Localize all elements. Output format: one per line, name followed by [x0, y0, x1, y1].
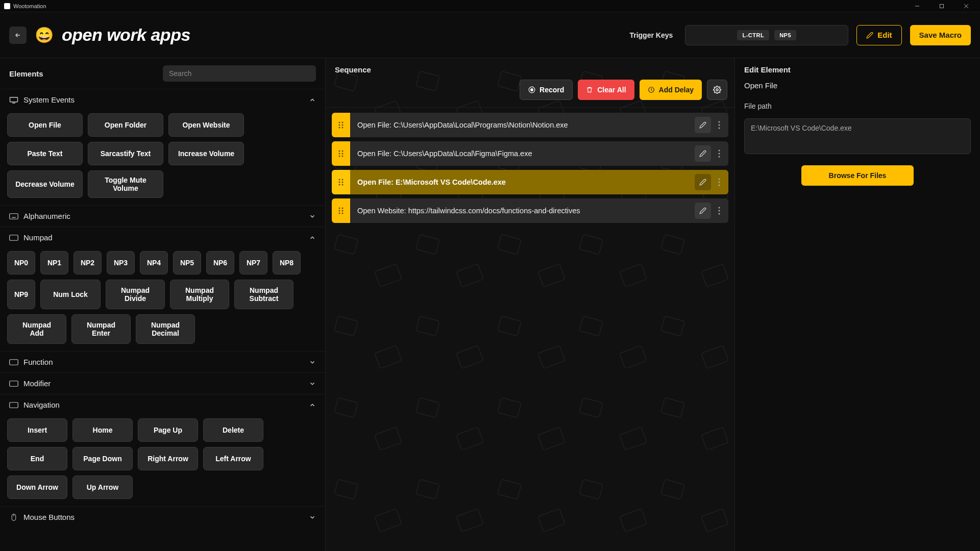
- key-np-divide[interactable]: Numpad Divide: [106, 280, 165, 309]
- key-np4[interactable]: NP4: [140, 251, 168, 274]
- sequence-title: Sequence: [335, 65, 371, 74]
- section-numpad[interactable]: Numpad: [0, 227, 325, 248]
- key-numlock[interactable]: Num Lock: [40, 280, 101, 309]
- element-open-folder[interactable]: Open Folder: [88, 113, 163, 137]
- clock-icon: [648, 86, 655, 93]
- key-np-multiply[interactable]: Numpad Multiply: [170, 280, 229, 309]
- svg-point-43: [339, 184, 340, 186]
- svg-point-18: [530, 88, 533, 91]
- window-close-button[interactable]: [954, 0, 978, 12]
- key-np-subtract[interactable]: Numpad Subtract: [234, 280, 293, 309]
- edit-element-title: Edit Element: [744, 65, 971, 74]
- sequence-item-edit-button[interactable]: [695, 117, 711, 133]
- key-down-arrow[interactable]: Down Arrow: [7, 475, 67, 499]
- key-pageup[interactable]: Page Up: [138, 418, 198, 442]
- svg-point-30: [339, 151, 340, 152]
- drag-handle-icon[interactable]: [332, 141, 350, 166]
- section-alphanumeric[interactable]: Alphanumeric: [0, 205, 325, 227]
- section-modifier[interactable]: Modifier: [0, 372, 325, 394]
- key-np-enter[interactable]: Numpad Enter: [71, 314, 131, 344]
- key-np3[interactable]: NP3: [107, 251, 135, 274]
- key-left-arrow[interactable]: Left Arrow: [203, 447, 263, 470]
- key-home[interactable]: Home: [72, 418, 133, 442]
- section-mouse[interactable]: Mouse Buttons: [0, 506, 325, 528]
- section-system-events[interactable]: System Events: [0, 89, 325, 110]
- drag-handle-icon[interactable]: [332, 170, 350, 194]
- clear-all-button[interactable]: Clear All: [578, 80, 634, 100]
- svg-point-40: [342, 179, 344, 181]
- key-up-arrow[interactable]: Up Arrow: [72, 475, 133, 499]
- sequence-settings-button[interactable]: [707, 80, 727, 100]
- key-right-arrow[interactable]: Right Arrow: [138, 447, 198, 470]
- key-np-add[interactable]: Numpad Add: [7, 314, 66, 344]
- key-np1[interactable]: NP1: [40, 251, 68, 274]
- drag-handle-icon[interactable]: [332, 113, 350, 137]
- key-np2[interactable]: NP2: [74, 251, 102, 274]
- monitor-icon: [9, 96, 18, 104]
- trash-icon: [586, 86, 593, 93]
- sequence-item[interactable]: Open File: C:\Users\AppData\Local\Figma\…: [332, 141, 728, 166]
- titlebar: Wootomation: [0, 0, 980, 12]
- sequence-item-more-button[interactable]: [714, 121, 724, 129]
- svg-point-51: [342, 210, 344, 212]
- chevron-up-icon: [309, 96, 316, 104]
- window-maximize-button[interactable]: [930, 0, 953, 12]
- element-open-file[interactable]: Open File: [7, 113, 83, 137]
- sequence-item-edit-button[interactable]: [695, 174, 711, 190]
- key-np5[interactable]: NP5: [173, 251, 201, 274]
- sequence-item[interactable]: Open Website: https://tailwindcss.com/do…: [332, 198, 728, 223]
- macro-title[interactable]: open work apps: [62, 25, 190, 45]
- key-np0[interactable]: NP0: [7, 251, 35, 274]
- svg-point-25: [339, 127, 340, 129]
- key-np8[interactable]: NP8: [273, 251, 301, 274]
- search-input[interactable]: [163, 65, 316, 82]
- svg-point-38: [719, 156, 720, 158]
- edit-element-type: Open File: [744, 81, 971, 90]
- sequence-item-more-button[interactable]: [714, 207, 724, 215]
- sequence-item[interactable]: Open File: C:\Users\AppData\Local\Progra…: [332, 113, 728, 137]
- element-toggle-mute[interactable]: Toggle Mute Volume: [88, 170, 163, 198]
- element-sarcastify[interactable]: Sarcastify Text: [88, 142, 163, 165]
- section-navigation[interactable]: Navigation: [0, 394, 325, 415]
- sequence-item-edit-button[interactable]: [695, 145, 711, 162]
- key-np7[interactable]: NP7: [239, 251, 267, 274]
- keyboard-icon: [9, 213, 18, 220]
- sequence-item-more-button[interactable]: [714, 178, 724, 186]
- key-np6[interactable]: NP6: [206, 251, 234, 274]
- sequence-item-label: Open File: C:\Users\AppData\Local\Progra…: [350, 121, 695, 129]
- element-dec-volume[interactable]: Decrease Volume: [7, 170, 83, 198]
- svg-point-54: [719, 207, 720, 209]
- svg-point-46: [719, 182, 720, 183]
- svg-point-23: [339, 124, 340, 126]
- chevron-up-icon: [309, 234, 316, 241]
- back-button[interactable]: [9, 27, 27, 44]
- element-paste-text[interactable]: Paste Text: [7, 142, 83, 165]
- sequence-item-more-button[interactable]: [714, 149, 724, 158]
- drag-handle-icon[interactable]: [332, 198, 350, 223]
- key-pagedown[interactable]: Page Down: [72, 447, 133, 470]
- sequence-item-edit-button[interactable]: [695, 203, 711, 219]
- browse-files-button[interactable]: Browse For Files: [801, 165, 914, 186]
- element-open-website[interactable]: Open Website: [168, 113, 244, 137]
- section-function[interactable]: Function: [0, 351, 325, 372]
- key-end[interactable]: End: [7, 447, 67, 470]
- svg-rect-4: [10, 97, 18, 102]
- svg-rect-11: [10, 235, 18, 240]
- record-button[interactable]: Record: [520, 80, 573, 100]
- svg-point-53: [342, 213, 344, 214]
- sequence-item-label: Open File: C:\Users\AppData\Local\Figma\…: [350, 149, 695, 158]
- key-insert[interactable]: Insert: [7, 418, 67, 442]
- save-macro-button[interactable]: Save Macro: [910, 25, 971, 45]
- app-name: Wootomation: [13, 3, 46, 9]
- trigger-keys-field[interactable]: L-CTRL NP5: [685, 25, 848, 45]
- element-inc-volume[interactable]: Increase Volume: [168, 142, 244, 165]
- key-np-decimal[interactable]: Numpad Decimal: [136, 314, 195, 344]
- window-minimize-button[interactable]: [905, 0, 929, 12]
- edit-trigger-button[interactable]: Edit: [856, 25, 901, 45]
- key-np9[interactable]: NP9: [7, 280, 35, 309]
- sequence-item-label: Open Website: https://tailwindcss.com/do…: [350, 207, 695, 215]
- key-delete[interactable]: Delete: [203, 418, 263, 442]
- sequence-item[interactable]: Open File: E:\Microsoft VS Code\Code.exe: [332, 170, 728, 194]
- filepath-input[interactable]: [744, 118, 971, 154]
- add-delay-button[interactable]: Add Delay: [640, 80, 702, 100]
